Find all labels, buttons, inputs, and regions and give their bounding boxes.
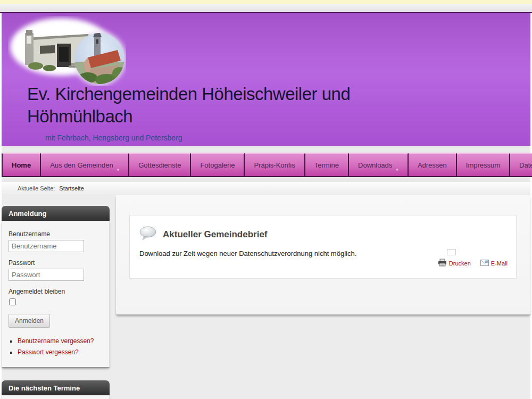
nav-item-termine[interactable]: Termine <box>305 153 349 177</box>
top-yellow-strip <box>0 0 532 4</box>
page: { "header": { "title": "Ev. Kirchengemei… <box>0 0 532 399</box>
login-links: Benutzername vergessen? Passwort vergess… <box>18 337 103 356</box>
password-label: Passwort <box>9 259 103 267</box>
nav-item-gottesdienste[interactable]: Gottesdienste <box>129 153 191 177</box>
article-header: Aktueller Gemeindebrief <box>139 226 516 243</box>
content-column: Aktueller Gemeindebrief Download zur Zei… <box>116 195 530 315</box>
list-item: Passwort vergessen? <box>18 348 103 356</box>
events-module-body: Keine Termine <box>2 395 110 399</box>
article-card: Aktueller Gemeindebrief Download zur Zei… <box>129 215 517 279</box>
nav-breadcrumb-gap <box>2 177 530 181</box>
page-wrapper: Ev. Kirchengemeinden Höheischweiler und … <box>0 13 532 399</box>
site-title: Ev. Kirchengemeinden Höheischweiler und … <box>27 83 442 128</box>
forgot-password-link[interactable]: Passwort vergessen? <box>18 348 79 356</box>
password-field[interactable] <box>9 269 84 281</box>
email-link[interactable]: E-Mail <box>491 260 508 267</box>
nav-item-downloads[interactable]: Downloads▾ <box>349 153 409 177</box>
nav-item-adressen[interactable]: Adressen <box>409 153 457 177</box>
article-actions: Drucken E-Mail <box>438 259 508 268</box>
print-action[interactable]: Drucken <box>438 259 471 268</box>
login-form: Benutzername Passwort Angemeldet bleiben… <box>2 221 110 368</box>
print-link[interactable]: Drucken <box>449 260 471 267</box>
top-gray-strip <box>0 4 532 12</box>
nav-item-aus-den-gemeinden[interactable]: Aus den Gemeinden▾ <box>41 153 129 177</box>
site-logo-image <box>8 16 126 88</box>
nav-item-praepis-konfis[interactable]: Präpis-Konfis <box>245 153 305 177</box>
login-button[interactable]: Anmelden <box>9 314 50 328</box>
nav-item-home[interactable]: Home <box>2 153 41 177</box>
printer-icon <box>438 259 447 268</box>
chevron-down-icon: ▾ <box>117 167 120 176</box>
remember-me-label: Angemeldet bleiben <box>9 288 103 295</box>
remember-me-checkbox[interactable] <box>9 298 16 305</box>
login-module-title: Anmeldung <box>2 206 110 221</box>
main-navigation: Home Aus den Gemeinden▾ Gottesdienste Fo… <box>2 153 530 177</box>
chevron-down-icon: ▾ <box>396 167 398 176</box>
email-icon <box>480 260 489 267</box>
forgot-username-link[interactable]: Benutzername vergessen? <box>18 337 94 345</box>
username-field[interactable] <box>9 240 84 252</box>
breadcrumb-current: Startseite <box>59 185 84 192</box>
breadcrumb-label: Aktuelle Seite: <box>18 185 55 192</box>
speech-bubble-icon <box>139 226 157 243</box>
nav-item-fotogalerie[interactable]: Fotogalerie <box>191 153 245 177</box>
main-area: Anmeldung Benutzername Passwort Angemeld… <box>2 195 530 399</box>
empty-placeholder-box <box>447 249 456 255</box>
nav-item-datenschutzerklaerung[interactable]: Datenschutzerklärung <box>510 153 532 177</box>
header-nav-gap <box>2 146 530 153</box>
username-label: Benutzername <box>9 230 103 238</box>
breadcrumb: Aktuelle Seite: Startseite <box>2 181 530 195</box>
events-module: Die nächsten Termine Keine Termine <box>2 380 110 399</box>
sidebar: Anmeldung Benutzername Passwort Angemeld… <box>2 206 110 399</box>
article-title: Aktueller Gemeindebrief <box>163 229 268 240</box>
list-item: Benutzername vergessen? <box>18 337 103 345</box>
events-module-title: Die nächsten Termine <box>2 380 110 395</box>
site-header: Ev. Kirchengemeinden Höheischweiler und … <box>2 13 530 146</box>
article-body-text: Download zur Zeit wegen neuer Datenschut… <box>139 250 516 257</box>
site-subtitle: mit Fehrbach, Hengsberg und Petersberg <box>45 134 182 142</box>
login-module: Anmeldung Benutzername Passwort Angemeld… <box>2 206 110 368</box>
nav-item-impressum[interactable]: Impressum <box>457 153 510 177</box>
email-action[interactable]: E-Mail <box>480 260 508 267</box>
